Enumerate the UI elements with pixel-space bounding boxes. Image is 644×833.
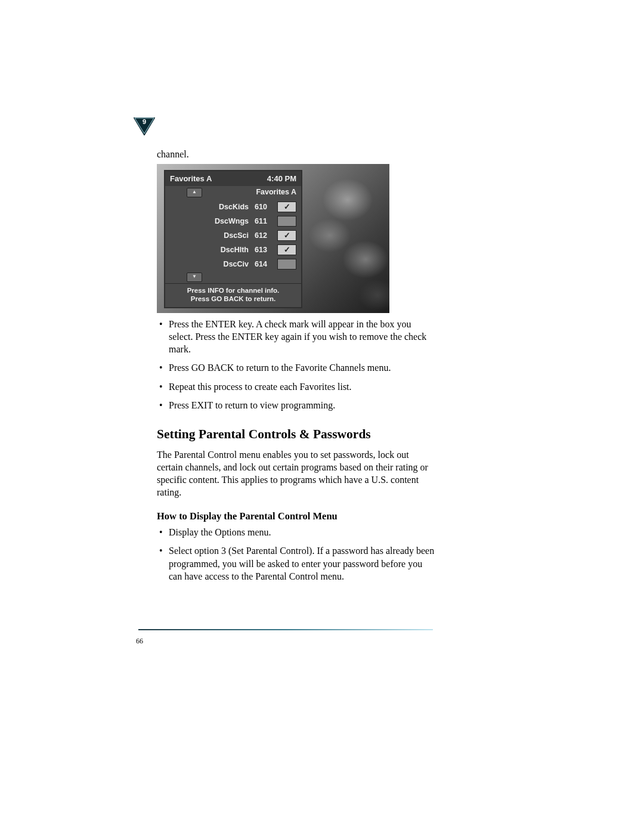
page: 9 channel. Favorites A 4:40 PM ▲ Favorit…: [0, 0, 644, 833]
channel-name: DscCiv: [208, 259, 249, 270]
panel-subtitle: Favorites A: [256, 187, 296, 197]
channel-row[interactable]: DscWngs 611 ✓: [170, 214, 296, 228]
bullet-list-1: Press the ENTER key. A check mark will a…: [157, 318, 437, 411]
channel-name: DscKids: [208, 202, 249, 212]
channel-number: 614: [255, 259, 271, 270]
channel-number: 611: [255, 216, 271, 227]
bullet-item: Repeat this process to create each Favor…: [157, 380, 437, 393]
channel-number: 610: [255, 202, 271, 212]
check-icon[interactable]: ✓: [277, 230, 296, 241]
footer-rule: [138, 629, 433, 630]
channel-name: DscHlth: [208, 245, 249, 255]
page-number: 66: [136, 637, 143, 646]
channel-list: DscKids 610 ✓ DscWngs 611 ✓ DscSci 612 ✓: [165, 200, 301, 272]
scroll-up-icon[interactable]: ▲: [187, 188, 202, 197]
scroll-down-icon[interactable]: ▼: [187, 272, 202, 282]
chapter-marker: 9: [134, 117, 155, 135]
heading-display-menu: How to Display the Parental Control Menu: [157, 510, 437, 523]
panel-time: 4:40 PM: [267, 174, 296, 184]
channel-row[interactable]: DscSci 612 ✓: [170, 228, 296, 243]
channel-row[interactable]: DscCiv 614 ✓: [170, 257, 296, 271]
paragraph-parental-controls: The Parental Control menu enables you to…: [157, 448, 437, 498]
bullet-list-2: Display the Options menu. Select option …: [157, 526, 437, 582]
panel-title: Favorites A: [170, 174, 212, 184]
heading-parental-controls: Setting Parental Controls & Passwords: [157, 426, 437, 442]
hint-line-1: Press INFO for channel info.: [169, 286, 298, 295]
bullet-item: Display the Options menu.: [157, 526, 437, 538]
bullet-item: Press GO BACK to return to the Favorite …: [157, 361, 437, 374]
content-area: channel. Favorites A 4:40 PM ▲ Favorites…: [157, 148, 437, 593]
panel-footer-arrow: ▼: [165, 272, 301, 283]
check-icon[interactable]: ✓: [277, 202, 296, 212]
panel-header: Favorites A 4:40 PM: [165, 171, 301, 186]
panel-hint: Press INFO for channel info. Press GO BA…: [165, 283, 301, 307]
bullet-item: Press the ENTER key. A check mark will a…: [157, 318, 437, 355]
channel-row[interactable]: DscHlth 613 ✓: [170, 243, 296, 257]
continuation-text: channel.: [157, 148, 437, 160]
channel-row[interactable]: DscKids 610 ✓: [170, 200, 296, 214]
channel-number: 613: [255, 245, 271, 255]
chapter-number: 9: [134, 118, 155, 125]
bullet-item: Press EXIT to return to view programming…: [157, 399, 437, 411]
hint-line-2: Press GO BACK to return.: [169, 295, 298, 303]
channel-name: DscWngs: [208, 216, 249, 227]
check-icon[interactable]: ✓: [277, 216, 296, 227]
check-icon[interactable]: ✓: [277, 259, 296, 270]
channel-name: DscSci: [208, 231, 249, 241]
bullet-item: Select option 3 (Set Parental Control). …: [157, 544, 437, 582]
favorites-screenshot: Favorites A 4:40 PM ▲ Favorites A DscKid…: [157, 164, 389, 313]
channel-number: 612: [255, 231, 271, 241]
favorites-panel: Favorites A 4:40 PM ▲ Favorites A DscKid…: [164, 170, 302, 308]
check-icon[interactable]: ✓: [277, 244, 296, 255]
panel-subheader: ▲ Favorites A: [165, 186, 301, 200]
